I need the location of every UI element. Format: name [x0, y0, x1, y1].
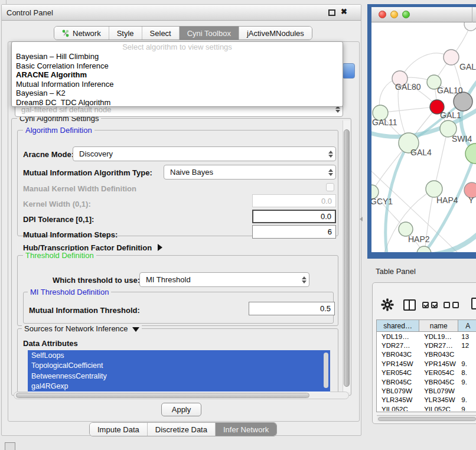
apply-button[interactable]: Apply [161, 403, 201, 416]
tab-infer-network[interactable]: Infer Network [216, 423, 276, 436]
tab-style[interactable]: Style [109, 27, 142, 40]
table-cell[interactable]: 9. [458, 405, 476, 411]
gear-icon[interactable] [381, 298, 394, 311]
table-cell[interactable]: YPR145W [377, 359, 419, 368]
table-cell[interactable]: YER054C [419, 369, 458, 377]
algorithm-option-mutual-information-inference[interactable]: Mutual Information Inference [12, 80, 343, 89]
minimized-panel-icon[interactable] [5, 442, 15, 450]
zoom-traffic-light-icon[interactable] [402, 11, 410, 18]
settings-vscroll-thumb[interactable] [344, 129, 350, 387]
table-cell[interactable]: YBR045C [419, 377, 458, 386]
table-row: YBR045CYBR045C9. [377, 377, 476, 386]
dpi-tolerance-field[interactable]: 0.0 [252, 210, 336, 223]
tab-network[interactable]: Network [54, 27, 109, 40]
document-icon[interactable] [471, 298, 476, 309]
close-traffic-light-icon[interactable] [379, 11, 386, 18]
network-node-unlabeled-9[interactable] [465, 144, 476, 164]
table-cell[interactable]: 9. [458, 359, 476, 368]
settings-vertical-scrollbar[interactable] [343, 120, 350, 392]
mi-steps-field[interactable]: 6 [252, 225, 336, 239]
attribute-item-selfloops[interactable]: SelfLoops [28, 350, 330, 361]
column-header-a[interactable]: A [458, 320, 476, 331]
table-row: YBL079WYBL079W [377, 386, 476, 395]
table-cell[interactable]: 8. [458, 369, 476, 377]
table-row: YER054CYER054C8. [377, 369, 476, 377]
algorithm-combo-arrow-button[interactable] [342, 63, 355, 79]
table-cell[interactable]: YDR27… [419, 341, 458, 350]
table-cell[interactable]: 9. [458, 377, 476, 386]
table-cell[interactable]: 9. [458, 396, 476, 405]
tab-impute-data[interactable]: Impute Data [90, 423, 148, 436]
table-cell[interactable]: YIL052C [419, 405, 458, 411]
table-cell[interactable]: YBR043C [419, 350, 458, 359]
table-cell[interactable]: YDL19… [419, 332, 458, 341]
network-node-hap4[interactable] [426, 181, 442, 197]
network-node-gal[interactable] [444, 50, 459, 65]
kernel-width-field[interactable]: 0.0 [252, 194, 336, 207]
panel-resize-handle[interactable] [360, 217, 363, 221]
table-cell[interactable]: YBR043C [377, 350, 419, 359]
table-cell[interactable]: YLR345W [377, 396, 419, 405]
node-label-gal: GAL [459, 62, 476, 71]
table-cell[interactable]: YBR045C [377, 377, 419, 386]
control-panel-window: Control Panel ✖ NetworkStyleSelectCyni T… [1, 4, 361, 436]
table-cell[interactable]: 12 [458, 341, 476, 350]
minimize-traffic-light-icon[interactable] [390, 11, 398, 18]
algorithm-option-basic-correlation-inference[interactable]: Basic Correlation Inference [12, 61, 343, 71]
table-panel-title: Table Panel [376, 267, 416, 276]
mi-threshold-field[interactable]: 0.5 [249, 302, 335, 315]
manual-kernel-width-checkbox[interactable] [326, 183, 334, 191]
table-horizontal-scrollbar[interactable] [377, 415, 476, 422]
split-panel-icon[interactable] [403, 299, 416, 311]
network-edge [380, 107, 436, 113]
table-cell[interactable] [458, 350, 476, 359]
mi-algorithm-type-label: Mutual Information Algorithm Type: [23, 168, 152, 177]
which-threshold-combo[interactable]: MI Threshold [139, 272, 309, 287]
table-cell[interactable]: YLR345W [419, 396, 458, 405]
settings-horizontal-scrollbar[interactable] [14, 392, 349, 399]
table-cell[interactable]: YDL19… [377, 332, 419, 341]
algorithm-dropdown-popup: Select algorithm to view settings Bayesi… [11, 41, 343, 107]
network-node-unlabeled-0[interactable] [464, 22, 476, 31]
unchecked-checkbox-icon[interactable] [444, 302, 450, 308]
table-cell[interactable]: YIL052C [377, 405, 419, 411]
attribute-item-gal4rgexp[interactable]: gal4RGexp [28, 381, 330, 392]
sources-legend-toggle[interactable]: Sources for Network Inference [22, 324, 142, 333]
attribute-item-topologicalcoefficient[interactable]: TopologicalCoefficient [28, 361, 330, 371]
algorithm-option-bayesian-k2[interactable]: Bayesian – K2 [12, 89, 343, 98]
tab-cyni-toolbox[interactable]: Cyni Toolbox [180, 27, 239, 40]
algorithm-option-bayesian-hill-climbing[interactable]: Bayesian – Hill Climbing [12, 52, 343, 61]
table-cell[interactable]: YDR27… [377, 341, 419, 350]
network-edge [427, 233, 476, 252]
algorithm-option-dream8-dc-tdc-algorithm[interactable]: Dream8 DC_TDC Algorithm [12, 98, 343, 107]
table-cell[interactable]: YER054C [377, 369, 419, 377]
algorithm-option-aracne-algorithm[interactable]: ARACNE Algorithm [12, 70, 343, 80]
tab-jactivemnodules[interactable]: jActiveMNodules [239, 27, 312, 40]
network-canvas[interactable]: GALGAL80GAL10GAL1GAL11SWI4GAL4GCY1HAP4YH… [371, 22, 476, 252]
algorithm-placeholder: Select algorithm to view settings [12, 42, 343, 52]
settings-hscroll-thumb[interactable] [16, 393, 309, 398]
table-cell[interactable]: YPR145W [419, 359, 458, 368]
checked-checkbox-icon[interactable] [431, 302, 438, 308]
control-panel-title: Control Panel [6, 8, 53, 17]
aracne-mode-combo[interactable]: Discovery [73, 146, 336, 161]
tab-select[interactable]: Select [142, 27, 180, 40]
column-header-name[interactable]: name [419, 320, 458, 331]
tab-label: Infer Network [223, 425, 269, 434]
close-icon[interactable]: ✖ [341, 7, 347, 16]
attributes-list-scrollbar[interactable] [324, 353, 328, 388]
checked-checkbox-icon[interactable] [422, 302, 429, 308]
table-panel: shared…nameA YDL19…YDL19…13YDR27…YDR27…1… [372, 282, 476, 424]
float-window-icon[interactable] [328, 9, 335, 16]
expanded-arrow-icon [132, 327, 139, 332]
table-hscroll-thumb[interactable] [378, 417, 476, 421]
mi-algorithm-type-combo[interactable]: Naive Bayes [164, 165, 336, 180]
table-cell[interactable]: 13 [458, 332, 476, 341]
unchecked-checkbox-icon[interactable] [452, 302, 459, 308]
attribute-item-betweennesscentrality[interactable]: BetweennessCentrality [28, 371, 330, 381]
table-cell[interactable] [458, 386, 476, 395]
table-cell[interactable]: YBL079W [419, 386, 458, 395]
table-cell[interactable]: YBL079W [377, 386, 419, 395]
tab-discretize-data[interactable]: Discretize Data [148, 423, 216, 436]
column-header-shared[interactable]: shared… [377, 320, 419, 331]
